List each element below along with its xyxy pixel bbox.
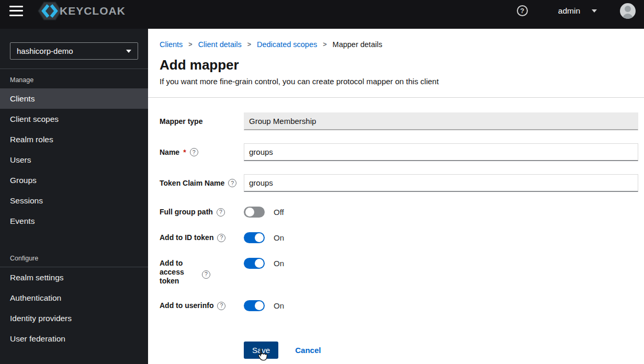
help-icon[interactable]: ? <box>228 179 236 187</box>
sidebar-item-clients[interactable]: Clients <box>0 88 148 109</box>
add-to-id-token-toggle[interactable] <box>244 232 265 243</box>
sidebar-item-authentication[interactable]: Authentication <box>0 288 148 308</box>
field-row-full-group-path: Full group path ? Off <box>160 207 638 218</box>
save-button[interactable]: Save <box>244 342 278 359</box>
full-group-path-label: Full group path ? <box>160 208 244 217</box>
add-to-access-token-label: Add to access token ? <box>160 259 244 286</box>
chevron-down-icon <box>592 9 597 13</box>
main-content: Clients > Client details > Dedicated sco… <box>148 29 644 364</box>
required-asterisk: * <box>183 148 186 157</box>
help-icon[interactable]: ? <box>217 208 225 217</box>
breadcrumb-clients[interactable]: Clients <box>160 40 183 49</box>
field-row-add-to-userinfo: Add to userinfo ? On <box>160 300 638 311</box>
help-icon[interactable]: ? <box>202 270 210 279</box>
hamburger-icon <box>9 15 23 16</box>
sidebar-item-sessions[interactable]: Sessions <box>0 190 148 211</box>
chevron-right-icon: > <box>247 41 251 48</box>
masthead: KEYCLOAK ? admin <box>0 0 644 29</box>
divider <box>148 97 644 98</box>
name-input[interactable] <box>244 143 638 161</box>
sidebar-item-groups[interactable]: Groups <box>0 170 148 190</box>
chevron-right-icon: > <box>323 41 326 48</box>
field-row-add-to-access-token: Add to access token ? On <box>160 258 638 286</box>
toggle-state-label: On <box>274 301 284 310</box>
add-mapper-form: Mapper type Name * ? Token Claim Nam <box>160 112 638 359</box>
token-claim-name-label: Token Claim Name ? <box>160 179 244 188</box>
add-to-userinfo-toggle[interactable] <box>244 300 265 311</box>
sidebar-item-identity-providers[interactable]: Identity providers <box>0 308 148 328</box>
help-icon[interactable]: ? <box>217 302 225 310</box>
sidebar-item-events[interactable]: Events <box>0 211 148 231</box>
name-label: Name * ? <box>160 148 244 157</box>
toggle-state-label: On <box>274 259 284 268</box>
breadcrumb-client-details[interactable]: Client details <box>198 40 242 49</box>
keycloak-logo-icon <box>38 1 62 21</box>
full-group-path-toggle[interactable] <box>244 207 265 218</box>
add-to-id-token-label: Add to ID token ? <box>160 233 244 242</box>
help-icon[interactable]: ? <box>517 5 528 16</box>
chevron-down-icon <box>126 50 131 53</box>
hamburger-icon <box>9 10 23 12</box>
breadcrumb-mapper-details: Mapper details <box>333 40 382 49</box>
sidebar-item-users[interactable]: Users <box>0 150 148 170</box>
keycloak-logo: KEYCLOAK <box>38 1 126 21</box>
sidebar-item-user-federation[interactable]: User federation <box>0 328 148 349</box>
mapper-type-label: Mapper type <box>160 117 244 126</box>
page-title: Add mapper <box>160 57 638 73</box>
hamburger-icon <box>9 6 23 7</box>
avatar[interactable] <box>620 3 636 19</box>
add-to-userinfo-label: Add to userinfo ? <box>160 301 244 310</box>
cancel-button[interactable]: Cancel <box>295 346 321 355</box>
add-to-access-token-toggle[interactable] <box>244 258 265 269</box>
help-icon[interactable]: ? <box>217 234 225 242</box>
field-row-name: Name * ? <box>160 143 638 161</box>
user-menu[interactable]: admin <box>558 6 597 16</box>
breadcrumb: Clients > Client details > Dedicated sco… <box>160 40 638 49</box>
brand-text: KEYCLOAK <box>60 5 126 17</box>
chevron-right-icon: > <box>188 41 192 48</box>
field-row-add-to-id-token: Add to ID token ? On <box>160 232 638 243</box>
realm-name: hashicorp-demo <box>17 47 73 55</box>
page-subtitle: If you want more fine-grain control, you… <box>160 77 638 86</box>
nav-section-title-configure: Configure <box>0 247 148 267</box>
sidebar-item-realm-roles[interactable]: Realm roles <box>0 129 148 150</box>
breadcrumb-dedicated-scopes[interactable]: Dedicated scopes <box>257 40 317 49</box>
field-row-token-claim-name: Token Claim Name ? <box>160 174 638 192</box>
sidebar-item-client-scopes[interactable]: Client scopes <box>0 109 148 129</box>
mapper-type-input <box>244 112 638 130</box>
toggle-state-label: On <box>274 233 284 242</box>
avatar-person-icon <box>625 6 631 12</box>
field-row-mapper-type: Mapper type <box>160 112 638 130</box>
help-icon[interactable]: ? <box>190 148 198 156</box>
form-actions: Save Cancel <box>160 342 638 359</box>
sidebar-item-realm-settings[interactable]: Realm settings <box>0 267 148 288</box>
token-claim-name-input[interactable] <box>244 174 638 192</box>
nav-section-title-manage: Manage <box>0 69 148 88</box>
nav-toggle-button[interactable] <box>9 6 23 16</box>
realm-selector[interactable]: hashicorp-demo <box>10 42 138 60</box>
user-name: admin <box>558 6 580 16</box>
sidebar: hashicorp-demo Manage Clients Client sco… <box>0 29 148 364</box>
toggle-state-label: Off <box>274 208 284 217</box>
